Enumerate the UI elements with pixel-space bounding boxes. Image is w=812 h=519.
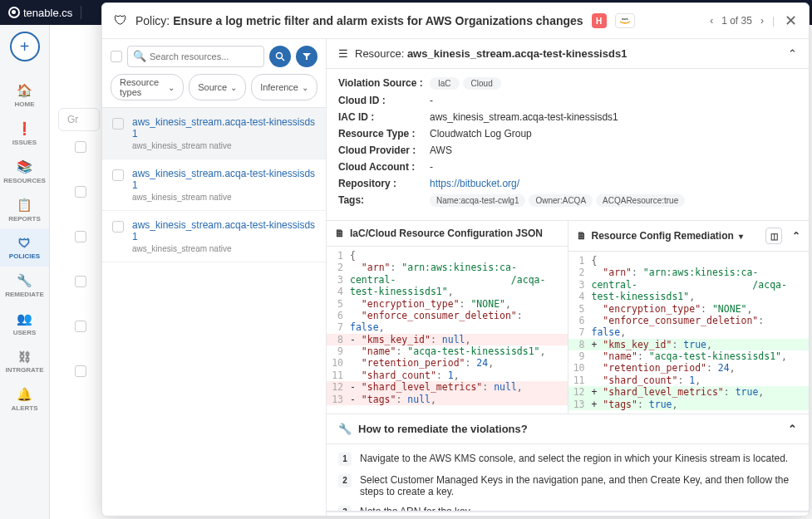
policies-icon: 🛡: [18, 236, 31, 250]
filter-source[interactable]: Source: [189, 74, 246, 100]
users-icon: 👥: [17, 311, 32, 326]
policy-modal: 🛡 Policy: Ensure a log metric filter and…: [101, 2, 810, 517]
pager-text: 1 of 35: [721, 15, 752, 27]
policy-title: Policy: Ensure a log metric filter and a…: [135, 14, 583, 27]
code-right: 1{ 2 "arn": "arn:aws:kinesis:ca- 3centra…: [568, 252, 810, 414]
alerts-icon: 🔔: [17, 387, 32, 402]
resources-icon: 📚: [17, 159, 32, 174]
next-arrow[interactable]: ›: [759, 13, 765, 28]
collapse-icon[interactable]: ⌃: [788, 47, 797, 60]
add-button[interactable]: +: [10, 32, 40, 61]
remediate-icon: 🔧: [17, 273, 32, 288]
issues-icon: ❗: [17, 121, 32, 136]
resource-header-text: Resource: aws_kinesis_stream.acqa-test-k…: [355, 47, 627, 60]
file-icon: 🗎: [577, 230, 587, 242]
resource-item[interactable]: aws_kinesis_stream.acqa-test-kinessisds1…: [102, 108, 326, 159]
search-button[interactable]: [269, 46, 291, 67]
shield-icon: 🛡: [114, 13, 127, 28]
resource-list: aws_kinesis_stream.acqa-test-kinessisds1…: [102, 108, 326, 262]
resource-list-pane: 🔍 Resource types Source Inference aws_ki…: [102, 39, 327, 516]
sidebar-item-remediate[interactable]: 🔧REMEDIATE: [0, 267, 49, 305]
file-icon: 🗎: [335, 228, 345, 239]
chevron-down-icon[interactable]: ▾: [739, 232, 743, 241]
split-view-toggle[interactable]: ◫: [765, 228, 782, 244]
svg-point-1: [277, 53, 283, 59]
home-icon: 🏠: [17, 83, 32, 98]
integrate-icon: ⛓: [18, 350, 31, 364]
logo: tenable.cs: [8, 7, 72, 19]
svg-line-2: [282, 58, 284, 61]
prev-arrow[interactable]: ‹: [708, 13, 715, 28]
footer: 🎫Create a Ticket ⎇Create a PR ☁Fix in Cl…: [327, 512, 809, 517]
modal-header: 🛡 Policy: Ensure a log metric filter and…: [102, 3, 809, 39]
sidebar-item-issues[interactable]: ❗ISSUES: [0, 115, 49, 153]
sidebar-item-integrate[interactable]: ⛓INTRGRATE: [0, 343, 49, 380]
code-panel-left: 🗎 IaC/Cloud Resource Configuration JSON …: [327, 221, 568, 414]
faded-tab: Gr: [58, 108, 100, 131]
aws-badge: aws: [615, 13, 635, 28]
sidebar: + 🏠HOME ❗ISSUES 📚RESOURCES 📋REPORTS 🛡POL…: [0, 25, 50, 519]
sidebar-item-alerts[interactable]: 🔔ALERTS: [0, 380, 49, 419]
sidebar-item-users[interactable]: 👥USERS: [0, 305, 49, 343]
resource-checkbox[interactable]: [112, 221, 124, 233]
search-icon: 🔍: [133, 50, 146, 62]
code-panel-right: 🗎 Resource Config Remediation ▾ ◫ ⌃ 1{ 2…: [568, 221, 810, 414]
remediate-section: 🔧 How to remediate the violations? ⌃ 1Na…: [327, 414, 809, 512]
collapse-icon[interactable]: ⌃: [792, 230, 800, 242]
code-left: 1{ 2 "arn": "arn:aws:kinesis:ca- 3centra…: [327, 247, 568, 409]
filter-resource-types[interactable]: Resource types: [111, 74, 184, 100]
close-icon[interactable]: ✕: [785, 12, 797, 30]
list-icon: ☰: [338, 47, 348, 60]
filter-button[interactable]: [296, 46, 317, 67]
severity-badge: H: [592, 13, 607, 28]
repository-link[interactable]: https://bitbucket.org/: [430, 178, 519, 189]
sidebar-item-resources[interactable]: 📚RESOURCES: [0, 153, 49, 191]
resource-checkbox[interactable]: [112, 169, 124, 181]
resource-checkbox[interactable]: [112, 118, 124, 130]
search-input[interactable]: [127, 46, 264, 67]
collapse-icon[interactable]: ⌃: [788, 423, 797, 435]
svg-text:aws: aws: [622, 17, 628, 21]
resource-item[interactable]: aws_kinesis_stream.acqa-test-kinessisds1…: [102, 159, 326, 211]
resource-item[interactable]: aws_kinesis_stream.acqa-test-kinessisds1…: [102, 211, 326, 262]
wrench-icon: 🔧: [338, 423, 352, 435]
sidebar-item-policies[interactable]: 🛡POLICIES: [0, 229, 49, 267]
detail-pane: ☰ Resource: aws_kinesis_stream.acqa-test…: [327, 39, 809, 516]
filter-inference[interactable]: Inference: [251, 74, 317, 100]
select-all-checkbox[interactable]: [111, 51, 122, 62]
sidebar-item-reports[interactable]: 📋REPORTS: [0, 191, 49, 229]
reports-icon: 📋: [17, 198, 32, 213]
sidebar-item-home[interactable]: 🏠HOME: [0, 76, 49, 115]
